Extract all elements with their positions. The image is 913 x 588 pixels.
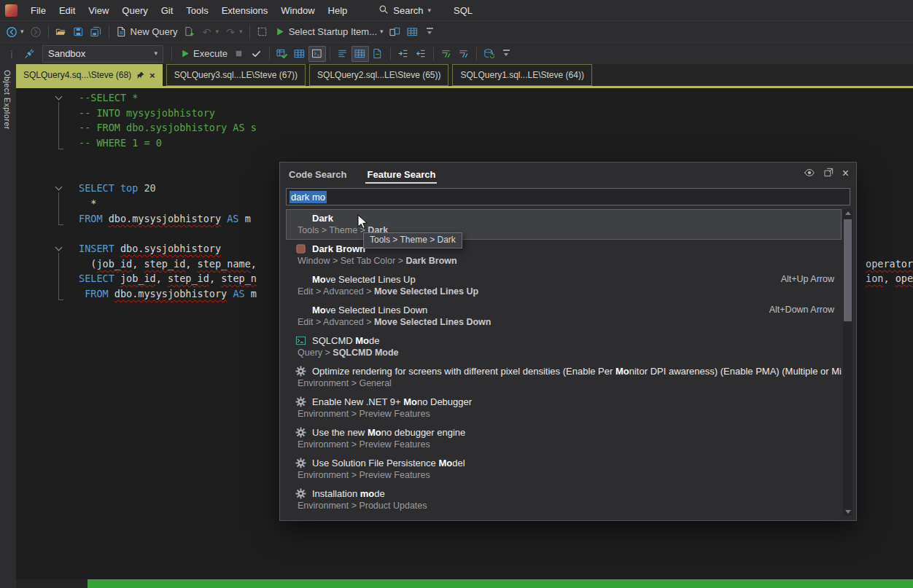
sqlcmd-toggle-icon bbox=[311, 48, 323, 60]
search-result-row[interactable]: Move Selected Lines UpEdit > Advanced > … bbox=[286, 270, 842, 301]
code-token: AS bbox=[227, 213, 238, 224]
select-startup-item-button[interactable]: Select Startup Item...▾ bbox=[271, 24, 386, 40]
sqlcmd-mode-button[interactable] bbox=[308, 46, 326, 62]
query-options-button[interactable] bbox=[291, 46, 308, 62]
menu-item-view[interactable]: View bbox=[82, 1, 115, 20]
parse-query-button[interactable] bbox=[248, 46, 265, 62]
display-estimated-plan-button[interactable] bbox=[273, 46, 291, 62]
menu-item-help[interactable]: Help bbox=[322, 1, 354, 20]
undo-button[interactable]: ↶▾ bbox=[198, 24, 222, 40]
fold-toggle-icon[interactable] bbox=[55, 244, 63, 251]
grid-view-button[interactable] bbox=[404, 24, 421, 40]
pin-icon[interactable] bbox=[136, 71, 145, 80]
code-line: -- WHERE 1 = 0 bbox=[79, 136, 162, 151]
navigate-backward-button[interactable]: ▾ bbox=[3, 24, 27, 40]
fold-guide bbox=[58, 102, 63, 149]
menu-item-query[interactable]: Query bbox=[115, 1, 154, 20]
save-button[interactable] bbox=[70, 24, 88, 40]
menu-item-tools[interactable]: Tools bbox=[179, 1, 214, 20]
menu-item-edit[interactable]: Edit bbox=[53, 1, 82, 20]
menu-item-sql[interactable]: SQL bbox=[447, 1, 479, 20]
code-token: step_n bbox=[221, 273, 257, 284]
new-query-current-connection-button[interactable] bbox=[181, 24, 198, 40]
fold-guide bbox=[58, 253, 63, 300]
cancel-query-button[interactable] bbox=[230, 46, 248, 62]
code-token: job_id bbox=[120, 273, 156, 284]
menu-item-extensions[interactable]: Extensions bbox=[215, 1, 275, 20]
close-tab-icon[interactable]: × bbox=[149, 70, 155, 81]
nav-back-icon bbox=[6, 26, 18, 38]
menu-item-window[interactable]: Window bbox=[274, 1, 321, 20]
feature-search-input[interactable]: dark mo bbox=[286, 188, 850, 205]
menu-item-file[interactable]: File bbox=[24, 1, 53, 20]
search-result-row[interactable]: Use Solution File Persistence ModelEnvir… bbox=[286, 454, 842, 485]
preview-eye-icon[interactable] bbox=[804, 167, 815, 181]
box-selection-button[interactable] bbox=[254, 24, 271, 40]
refresh-db-icon bbox=[483, 48, 495, 60]
code-token: , bbox=[132, 258, 144, 270]
navigate-forward-button[interactable] bbox=[27, 24, 44, 40]
search-result-row[interactable]: Optimize rendering for screens with diff… bbox=[286, 362, 842, 393]
code-token: -- FROM dbo.sysjobhistory AS s bbox=[79, 122, 257, 133]
check-icon bbox=[251, 48, 263, 60]
button-label: Select Startup Item... bbox=[289, 26, 377, 37]
menubar-search[interactable]: Search ▾ bbox=[373, 1, 437, 20]
search-result-row[interactable]: Enable New .NET 9+ Mono DebuggerEnvironm… bbox=[286, 393, 842, 423]
scroll-up-icon[interactable] bbox=[845, 211, 851, 215]
results-to-grid-button[interactable] bbox=[351, 46, 369, 62]
result-title: Enable New .NET 9+ Mono Debugger bbox=[312, 396, 472, 409]
results-to-text-button[interactable] bbox=[334, 46, 351, 62]
undo-icon: ↶ bbox=[201, 26, 213, 38]
scroll-down-icon[interactable] bbox=[845, 510, 851, 514]
save-all-button[interactable] bbox=[88, 24, 105, 40]
gear-icon bbox=[295, 458, 307, 469]
change-connection-button[interactable] bbox=[20, 46, 38, 62]
document-tab[interactable]: SQLQuery1.sql...LE\Steve (64)) bbox=[452, 64, 591, 86]
search-result-row[interactable]: SQLCMD ModeQuery > SQLCMD Mode bbox=[286, 332, 842, 362]
sidebar-tab-object-explorer[interactable]: Object Explorer bbox=[3, 70, 12, 130]
code-token: dbo.sysjobhistory bbox=[120, 243, 221, 254]
play-green-icon bbox=[179, 48, 190, 60]
fold-toggle-icon[interactable] bbox=[55, 184, 63, 191]
code-line: INSERT dbo.sysjobhistory bbox=[79, 241, 221, 256]
search-result-row[interactable]: Installation modeEnvironment > Product U… bbox=[286, 485, 842, 515]
new-query-button[interactable]: New Query bbox=[113, 24, 181, 40]
dialog-scrollbar[interactable] bbox=[843, 209, 852, 516]
increase-indent-button[interactable] bbox=[395, 46, 412, 62]
comment-selection-button[interactable] bbox=[438, 46, 455, 62]
document-tab[interactable]: SQLQuery2.sql...LE\Steve (65)) bbox=[309, 64, 448, 86]
result-title: Dark bbox=[312, 213, 333, 225]
tab-code-search[interactable]: Code Search bbox=[287, 164, 348, 184]
code-token: , bbox=[883, 273, 895, 284]
decrease-indent-button[interactable] bbox=[412, 46, 430, 62]
open-file-button[interactable] bbox=[53, 24, 70, 40]
uncomment-selection-button[interactable] bbox=[455, 46, 473, 62]
compare-files-button[interactable] bbox=[386, 24, 404, 40]
results-to-file-button[interactable] bbox=[369, 46, 386, 62]
search-result-row[interactable]: Use the new Mono debugger engineEnvironm… bbox=[286, 423, 842, 454]
redo-button[interactable]: ↷▾ bbox=[222, 24, 246, 40]
result-path: Window > Set Tab Color > Dark Brown bbox=[298, 256, 457, 266]
code-token: -- WHERE 1 = 0 bbox=[79, 137, 162, 149]
search-result-row[interactable]: Move Selected Lines DownEdit > Advanced … bbox=[286, 301, 842, 332]
toolbar-options-button[interactable] bbox=[421, 24, 439, 40]
execute-button[interactable]: Execute bbox=[176, 46, 230, 62]
code-token: SELECT bbox=[79, 182, 114, 194]
toolbar-options-button[interactable] bbox=[498, 46, 516, 62]
menu-item-git[interactable]: Git bbox=[155, 1, 180, 20]
popout-window-icon[interactable] bbox=[823, 167, 834, 180]
refresh-intellisense-button[interactable] bbox=[481, 46, 498, 62]
available-databases-combo[interactable]: Sandbox▾ bbox=[42, 45, 163, 63]
result-title: Dark Brown bbox=[312, 243, 365, 256]
close-icon[interactable]: × bbox=[842, 168, 849, 179]
scrollbar-thumb[interactable] bbox=[844, 219, 852, 321]
code-line: SELECT top 20 bbox=[79, 181, 156, 196]
toolbar-separator bbox=[109, 26, 109, 39]
toolbar-separator bbox=[390, 47, 391, 60]
document-tab[interactable]: SQLQuery3.sql...LE\Steve (67)) bbox=[166, 64, 306, 86]
tab-feature-search[interactable]: Feature Search bbox=[365, 164, 437, 184]
fold-toggle-icon[interactable] bbox=[55, 93, 63, 101]
document-tab[interactable]: SQLQuery4.sq...\Steve (68)× bbox=[16, 64, 163, 86]
search-result-row[interactable] bbox=[286, 515, 842, 516]
plan-icon bbox=[276, 48, 288, 60]
